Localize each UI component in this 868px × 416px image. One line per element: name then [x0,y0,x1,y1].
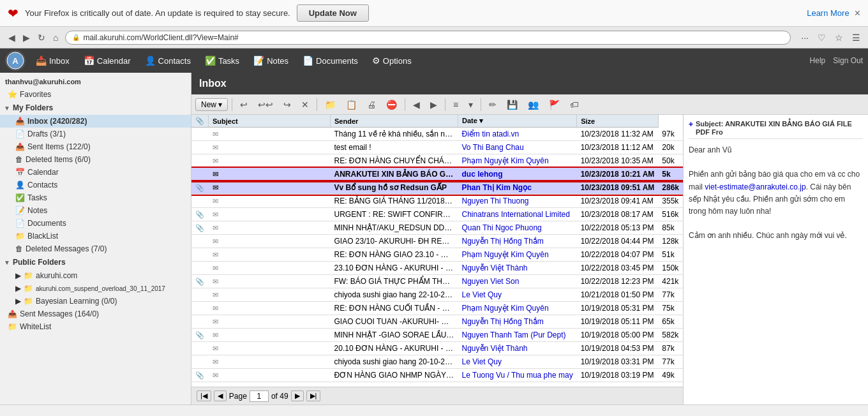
reply-all-button[interactable]: ↩↩ [254,97,277,112]
nav-contacts[interactable]: 👤 Contacts [138,52,197,70]
sidebar-notes-label: Notes [27,206,186,215]
sidebar-my-folders-group[interactable]: ▼ My Folders [0,101,191,115]
sidebar-item-calendar[interactable]: 📅 Calendar [0,166,191,179]
table-row[interactable]: ✉20.10 ĐƠN HÀNG - AKURUHI - REDSUNNguyễn… [191,342,683,355]
bookmark-button[interactable]: ♡ [815,31,828,44]
svg-text:A: A [12,56,19,66]
flag-button[interactable]: 🚩 [545,97,564,112]
table-row[interactable]: ✉RE: ĐƠN HÀNG CUỐI TUẦN - MINH NHAT- RED… [191,302,683,315]
learn-more-link[interactable]: Learn More [807,8,849,18]
read-icon-cell: ✉ [209,195,331,208]
table-row[interactable]: ✉test email !Vo Thi Bang Chau10/23/2018 … [191,141,683,154]
update-now-button[interactable]: Update Now [297,4,369,22]
table-row[interactable]: ✉chiyoda sushi giao hang 22-10-2018Le Vi… [191,288,683,302]
save-button[interactable]: 💾 [503,97,521,112]
help-link[interactable]: Help [810,56,826,65]
table-row[interactable]: ✉GIAO 23/10- AKURUHI- ĐH REDSUNNguyễn Th… [191,235,683,248]
nav-calendar[interactable]: 📅 Calendar [77,52,137,70]
sent-icon: 📤 [15,142,25,151]
col-size[interactable]: Size [577,115,659,128]
forward-button[interactable]: ▶ [20,31,33,44]
preview-expand-icon[interactable]: + [689,120,693,129]
nav-notes[interactable]: 📝 Notes [247,52,295,70]
table-row[interactable]: 📎✉MINH NHẬT -GIAO SORAE LẦU 20-22/10Nguy… [191,329,683,342]
sidebar-item-bayesian[interactable]: ▶ 📁 Bayesian Learning (0/0) [0,295,191,308]
sidebar-item-sent[interactable]: 📤 Sent Items (122/0) [0,140,191,153]
table-row[interactable]: 📎✉MINH NHẬT/AKU_REDSUN DDH GIAO 23/10/20… [191,221,683,235]
last-page-button[interactable]: ▶| [306,390,321,401]
prev-email-button[interactable]: ◀ [409,97,424,112]
prev-page-button[interactable]: ◀ [214,390,227,401]
table-row[interactable]: ✉ANRAKUTEI XIN BẢNG BÁO GIÁ FILE PDFduc … [191,168,683,181]
print-button[interactable]: 🖨 [363,97,380,112]
col-subject[interactable]: Subject [209,115,331,128]
sidebar-item-documents[interactable]: 📄 Documents [0,217,191,230]
star-button[interactable]: ☆ [832,31,846,44]
first-page-button[interactable]: |◀ [197,390,211,401]
back-button[interactable]: ◀ [5,31,19,44]
sidebar-item-sent-messages[interactable]: 📤 Sent Messages (164/0) [0,308,191,320]
nav-options[interactable]: ⚙ Options [366,52,418,70]
table-row[interactable]: ✉GIAO CUOI TUAN -AKURUHI- ĐH REDSUNNguyễ… [191,315,683,329]
sign-out-link[interactable]: Sign Out [833,56,863,65]
col-attach[interactable]: 📎 [191,115,209,128]
tag-button[interactable]: 🏷 [566,97,583,112]
preview-email-link[interactable]: viet-estimate@anrakutei.co.jp [705,182,805,191]
sidebar-item-akuruhi-suspend[interactable]: ▶ 📁 akuruhi.com_suspend_overload_30_11_2… [0,282,191,295]
table-row[interactable]: ✉RE: ĐƠN HÀNG CHUYỂN CHÁNH NHÀ HÀNG ...P… [191,154,683,168]
table-row[interactable]: ✉RE: ĐƠN HÀNG GIAO 23.10 - MINH NHAT- RE… [191,248,683,262]
view-toggle-button[interactable]: ≡ [449,97,462,112]
nav-tasks[interactable]: ✅ Tasks [198,52,246,70]
address-input[interactable] [83,33,784,42]
sidebar-public-folders-group[interactable]: ▼ Public Folders [0,255,191,269]
table-row[interactable]: ✉Tháng 11 về rẻ khá nhiều, sắn ngay từ h… [191,128,683,141]
sidebar-item-whitelist[interactable]: 📁 WhiteList [0,320,191,333]
read-icon: ✉ [213,371,218,379]
copy-button[interactable]: 📋 [342,97,361,112]
sidebar-item-akuruhi[interactable]: ▶ 📁 akuruhi.com [0,269,191,282]
reply-button[interactable]: ↩ [236,97,251,112]
forward-email-button[interactable]: ↪ [280,97,295,112]
next-email-button[interactable]: ▶ [426,97,441,112]
table-row[interactable]: 📎✉ĐƠN HÀNG GIAO NHMP NGÀY 25/10- AKURUHI… [191,369,683,382]
compose-button[interactable]: ✏ [485,97,500,112]
table-row[interactable]: ✉chiyoda sushi giao hang 20-10-2018Le Vi… [191,355,683,369]
spam-button[interactable]: ⛔ [382,97,401,112]
delete-button[interactable]: ✕ [297,97,313,112]
sidebar-item-blacklist[interactable]: 📁 BlackList [0,230,191,242]
home-button[interactable]: ⌂ [50,31,61,44]
next-page-button[interactable]: ▶ [291,390,304,401]
sidebar-item-notes[interactable]: 📝 Notes [0,204,191,217]
move-button[interactable]: 📁 [321,97,340,112]
nav-inbox[interactable]: 📥 Inbox [29,52,76,70]
preview-greeting: Dear anh Vũ [689,144,863,156]
sidebar-item-inbox[interactable]: 📥 Inbox (2420/282) [0,115,191,128]
sidebar-item-contacts[interactable]: 👤 Contacts [0,179,191,191]
sidebar-item-tasks[interactable]: ✅ Tasks [0,191,191,204]
table-row[interactable]: 📎✉FW: BÁO GIÁ THỰC PHẨM THÁNG 11/2018Ngu… [191,275,683,288]
close-update-bar-button[interactable]: × [855,8,860,19]
sidebar-item-drafts[interactable]: 📄 Drafts (3/1) [0,128,191,140]
view-dropdown-button[interactable]: ▾ [465,97,477,112]
contacts-button[interactable]: 👥 [524,97,542,112]
refresh-button[interactable]: ↻ [34,31,49,44]
table-row[interactable]: 📎✉URGENT : RE: SWIFT CONFIRMATION/PAYMEN… [191,208,683,221]
table-row[interactable]: 📎✉Vv Bổ sung hồ sơ Redsun GẤPPhan Thị Ki… [191,181,683,195]
date-cell: 10/19/2018 05:00 PM [577,329,659,342]
menu-button[interactable]: ☰ [849,31,863,44]
sidebar-item-favorites[interactable]: ⭐ Favorites [0,88,191,101]
sidebar-item-deleted[interactable]: 🗑 Deleted Items (6/0) [0,153,191,166]
col-sender[interactable]: Sender [331,115,458,128]
sidebar-bayesian-label: Bayesian Learning (0/0) [36,297,186,306]
status-bar [0,405,868,416]
nav-documents[interactable]: 📄 Documents [296,52,364,70]
new-button[interactable]: New ▾ [195,98,228,111]
read-icon-cell: ✉ [209,248,331,262]
table-row[interactable]: ✉RE: BẢNG GIÁ THÁNG 11/2018- AKURUHINguy… [191,195,683,208]
more-button[interactable]: ··· [798,31,811,44]
read-icon-cell: ✉ [209,302,331,315]
page-input[interactable] [250,390,269,402]
table-row[interactable]: ✉23.10 ĐƠN HÀNG - AKURUHI - REDSUNNguyễn… [191,262,683,275]
col-date[interactable]: Date ▾ [458,115,577,128]
sidebar-item-deleted-messages[interactable]: 🗑 Deleted Messages (7/0) [0,242,191,255]
